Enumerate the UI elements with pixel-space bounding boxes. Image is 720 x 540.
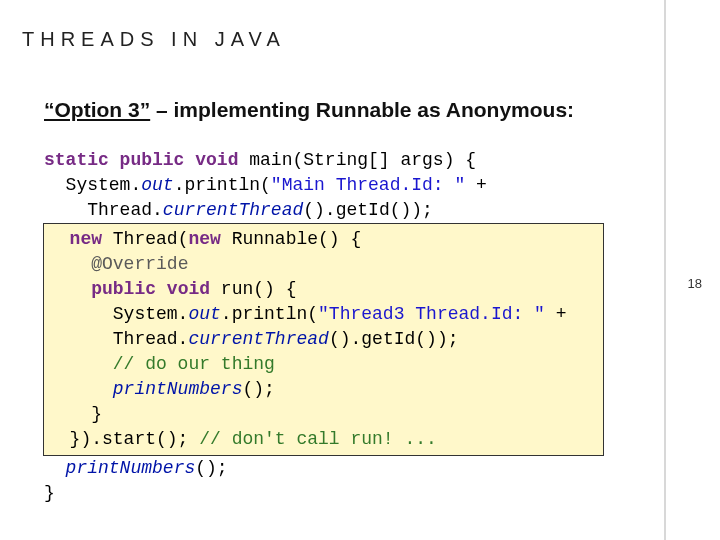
heading-rest: – implementing Runnable as Anonymous: — [150, 98, 574, 121]
page-title: THREADS IN JAVA — [22, 28, 286, 51]
page-number: 18 — [688, 276, 702, 291]
page-right-edge — [664, 0, 666, 540]
slide-heading: “Option 3” – implementing Runnable as An… — [44, 98, 574, 122]
heading-underlined: “Option 3” — [44, 98, 150, 121]
code-highlight: new Thread(new Runnable() { @Override pu… — [43, 223, 604, 456]
code-block: static public void main(String[] args) {… — [44, 148, 646, 506]
